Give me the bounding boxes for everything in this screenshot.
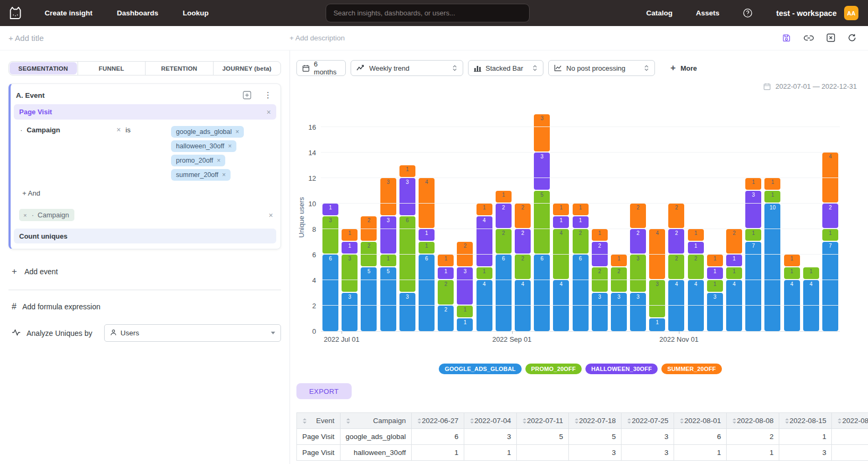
bar-segment-halloween-30off[interactable]: 1: [322, 204, 338, 215]
bar-stack-2022-09-19[interactable]: 4411: [553, 204, 569, 331]
bar-segment-google-ads-global[interactable]: 5: [380, 267, 396, 331]
bar-segment-halloween-30off[interactable]: 1: [438, 267, 454, 279]
bar-segment-promo-20off[interactable]: 3: [630, 255, 646, 292]
bar-segment-google-ads-global[interactable]: 7: [745, 242, 761, 331]
nav-item-lookup[interactable]: Lookup: [183, 9, 209, 17]
bar-segment-google-ads-global[interactable]: 3: [342, 293, 358, 331]
date-range-button[interactable]: 6 months: [296, 60, 346, 76]
bar-segment-google-ads-global[interactable]: 4: [668, 280, 684, 331]
bar-segment-promo-20off[interactable]: 1: [764, 191, 780, 203]
bar-segment-summer-20off[interactable]: 1: [573, 204, 589, 215]
bar-segment-promo-20off[interactable]: 1: [803, 267, 819, 279]
bar-stack-2022-11-07[interactable]: 4211: [688, 229, 704, 331]
nav-item-assets[interactable]: Assets: [696, 9, 719, 17]
bar-segment-google-ads-global[interactable]: 3: [592, 293, 608, 331]
add-title-button[interactable]: + Add title: [8, 33, 290, 43]
bar-segment-google-ads-global[interactable]: 1: [649, 318, 665, 331]
chip-remove-icon[interactable]: ×: [228, 142, 232, 150]
bar-stack-2022-10-24[interactable]: 134: [649, 229, 665, 331]
bar-segment-halloween-30off[interactable]: 3: [380, 216, 396, 254]
bar-segment-halloween-30off[interactable]: 1: [573, 216, 589, 228]
bar-stack-2022-10-31[interactable]: 4222: [668, 204, 684, 331]
bar-segment-google-ads-global[interactable]: 1: [457, 318, 473, 331]
bar-stack-2022-10-17[interactable]: 3322: [630, 204, 646, 331]
breakdown-chip[interactable]: × · Campaign: [19, 209, 74, 221]
add-formula-button[interactable]: # Add formula expression: [8, 302, 281, 311]
bar-segment-promo-20off[interactable]: 1: [457, 306, 473, 317]
bar-segment-summer-20off[interactable]: 2: [668, 204, 684, 228]
legend-pill-promo-20off[interactable]: PROMO_20OFF: [525, 364, 582, 374]
filter-value-chip-halloween-30off[interactable]: halloween_30off×: [171, 140, 236, 152]
workspace-name[interactable]: test - workspace: [776, 9, 837, 18]
bar-segment-promo-20off[interactable]: 1: [822, 229, 838, 241]
bar-segment-google-ads-global[interactable]: 7: [822, 242, 838, 331]
bar-stack-2022-07-18[interactable]: 5133: [380, 178, 396, 331]
column-header-2022-08-01[interactable]: 2022-08-01: [674, 413, 727, 429]
refresh-button[interactable]: [848, 33, 856, 43]
bar-segment-halloween-30off[interactable]: 1: [553, 216, 569, 228]
bar-stack-2022-10-10[interactable]: 321: [611, 255, 627, 331]
chip-remove-icon[interactable]: ×: [222, 171, 226, 179]
column-header-2022-07-11[interactable]: 2022-07-11: [517, 413, 569, 429]
bar-segment-summer-20off[interactable]: 1: [399, 165, 415, 177]
legend-pill-summer-20off[interactable]: SUMMER_20OFF: [661, 364, 722, 374]
remove-breakdown-icon[interactable]: ×: [269, 212, 273, 219]
bar-segment-promo-20off[interactable]: 1: [476, 267, 492, 279]
avatar[interactable]: AA: [844, 6, 858, 20]
sort-icon[interactable]: [302, 418, 307, 424]
bar-stack-2022-11-21[interactable]: 4112: [726, 229, 742, 331]
search-input[interactable]: [326, 4, 530, 22]
nav-item-catalog[interactable]: Catalog: [646, 9, 673, 17]
sort-icon[interactable]: [346, 418, 351, 424]
bar-stack-2022-12-05[interactable]: 1011: [764, 178, 780, 331]
bar-segment-summer-20off[interactable]: 2: [726, 229, 742, 254]
sort-icon[interactable]: [417, 418, 422, 424]
bar-stack-2022-08-01[interactable]: 6114: [419, 178, 435, 331]
bar-segment-halloween-30off[interactable]: 2: [496, 204, 512, 228]
bar-segment-promo-20off[interactable]: 1: [784, 267, 800, 279]
bar-stack-2022-07-11[interactable]: 522: [361, 216, 377, 331]
bar-segment-halloween-30off[interactable]: 2: [515, 229, 531, 254]
bar-segment-halloween-30off[interactable]: 2: [668, 229, 684, 254]
bar-segment-halloween-30off[interactable]: 1: [688, 242, 704, 254]
bar-segment-google-ads-global[interactable]: 4: [553, 280, 569, 331]
bar-segment-google-ads-global[interactable]: 4: [476, 280, 492, 331]
column-header-2022-06-27[interactable]: 2022-06-27: [411, 413, 464, 429]
nav-item-create-insight[interactable]: Create insight: [45, 9, 92, 17]
bar-segment-promo-20off[interactable]: 1: [745, 229, 761, 241]
bar-segment-promo-20off[interactable]: 2: [438, 280, 454, 305]
bar-stack-2022-08-29[interactable]: 6221: [496, 191, 512, 331]
remove-event-icon[interactable]: ×: [267, 108, 271, 116]
bar-stack-2022-08-22[interactable]: 4141: [476, 204, 492, 331]
bar-segment-google-ads-global[interactable]: 3: [707, 293, 723, 331]
bar-segment-summer-20off[interactable]: 1: [764, 178, 780, 190]
bar-segment-google-ads-global[interactable]: 2: [438, 306, 454, 331]
column-header-2022-07-18[interactable]: 2022-07-18: [569, 413, 622, 429]
bar-segment-summer-20off[interactable]: 1: [553, 204, 569, 215]
bar-stack-2022-09-05[interactable]: 4222: [515, 204, 531, 331]
analyze-by-select[interactable]: Users: [104, 324, 281, 342]
remove-filter-icon[interactable]: ×: [112, 126, 125, 133]
column-header-2022-07-04[interactable]: 2022-07-04: [464, 413, 516, 429]
bar-segment-promo-20off[interactable]: 1: [726, 267, 742, 279]
sort-icon[interactable]: [785, 418, 789, 424]
bar-segment-promo-20off[interactable]: 1: [380, 255, 396, 266]
bar-segment-summer-20off[interactable]: 1: [342, 229, 358, 241]
legend-pill-google-ads-global[interactable]: GOOGLE_ADS_GLOBAL: [439, 364, 522, 374]
nav-item-dashboards[interactable]: Dashboards: [117, 9, 158, 17]
tab-journey[interactable]: JOURNEY (beta): [213, 62, 281, 75]
bar-segment-promo-20off[interactable]: 5: [534, 191, 550, 254]
tab-segmentation[interactable]: SEGMENTATION: [10, 62, 77, 74]
event-selector[interactable]: Page Visit ×: [14, 104, 276, 120]
bar-segment-google-ads-global[interactable]: 6: [534, 255, 550, 331]
bar-stack-2022-09-26[interactable]: 6211: [573, 204, 589, 331]
bar-segment-promo-20off[interactable]: 1: [707, 280, 723, 292]
app-logo-cat-icon[interactable]: [7, 5, 25, 21]
bar-stack-2022-11-28[interactable]: 7131: [745, 178, 761, 331]
bar-stack-2022-12-19[interactable]: 41: [803, 267, 819, 331]
bar-stack-2022-07-25[interactable]: 3631: [399, 165, 415, 331]
bar-segment-google-ads-global[interactable]: 6: [573, 255, 589, 331]
bar-segment-summer-20off[interactable]: 1: [496, 191, 512, 203]
bar-segment-promo-20off[interactable]: 3: [649, 280, 665, 317]
bar-segment-google-ads-global[interactable]: 6: [419, 255, 435, 331]
